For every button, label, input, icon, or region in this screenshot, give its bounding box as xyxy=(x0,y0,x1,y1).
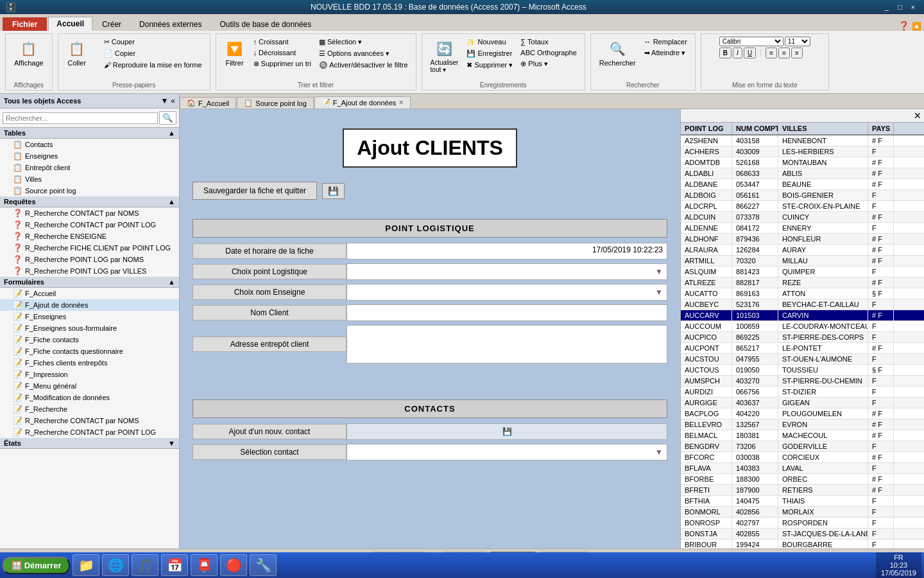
table-row[interactable]: BELLEVRO132567EVRON# F xyxy=(681,419,924,430)
doc-tab-source[interactable]: 📋 Source point log xyxy=(237,97,314,109)
ribbon-minimize[interactable]: 🔼 xyxy=(912,22,921,31)
btn-italic[interactable]: I xyxy=(733,48,742,58)
table-row[interactable]: ALDBOIG056161BOIS-GRENIERF xyxy=(681,190,924,201)
table-row[interactable]: A2SHENN403158HENNEBONT# F xyxy=(681,136,924,146)
btn-croissant[interactable]: ↑ Croissant xyxy=(251,37,314,47)
nav-form-r-noms[interactable]: 📝 R_Recherche CONTACT par NOMS xyxy=(0,415,179,426)
table-row[interactable]: AUCTOUS019050TOUSSIEU§ F xyxy=(681,365,924,376)
table-row[interactable]: BENGDRV73206GODERVILLEF xyxy=(681,441,924,452)
table-row[interactable]: BFLAVA140383LAVALF xyxy=(681,463,924,474)
nav-section-formulaires[interactable]: Formulaires ▲ xyxy=(0,277,179,288)
taskbar-app-calendar[interactable]: 📅 xyxy=(161,554,188,576)
nav-item-source[interactable]: 📋 Source point log xyxy=(0,185,179,197)
table-row[interactable]: AURDIZI066756ST-DIZIERF xyxy=(681,387,924,398)
nav-form-impression[interactable]: 📝 F_Impression xyxy=(0,369,179,380)
table-row[interactable]: ALDCUIN073378CUINCY# F xyxy=(681,212,924,223)
btn-supprimer[interactable]: ✖ Supprimer ▾ xyxy=(464,60,515,71)
btn-rechercher[interactable]: 🔍 Rechercher xyxy=(596,37,639,69)
btn-align-right[interactable]: ≡ xyxy=(791,48,803,58)
table-row[interactable]: AUCCOUM100859LE-COUDRAY-MONTCEAUF xyxy=(681,321,924,332)
taskbar-app-tools[interactable]: 🔧 xyxy=(250,554,277,576)
btn-copier[interactable]: 📄 Copier xyxy=(101,48,205,59)
nav-form-fiche-quest[interactable]: 📝 F_Fiche contacts questionnaire xyxy=(0,346,179,357)
taskbar-app-outlook[interactable]: 📮 xyxy=(191,554,218,576)
nav-search-btn[interactable]: 🔍 xyxy=(159,111,176,125)
field-adresse[interactable] xyxy=(346,325,667,363)
nav-form-enseignes[interactable]: 📝 F_Enseignes xyxy=(0,311,179,322)
btn-couper[interactable]: ✂ Couper xyxy=(101,37,205,48)
btn-supprimer-tri[interactable]: ⊗ Supprimer un tri xyxy=(251,58,314,69)
tab-close-btn[interactable]: ✕ xyxy=(398,99,404,106)
btn-coller[interactable]: 📋 Coller xyxy=(64,37,90,69)
nav-req-5[interactable]: ❓ R_Recherche POINT LOG par NOMS xyxy=(0,254,179,265)
nav-search-input[interactable] xyxy=(3,112,158,124)
nav-item-enseignes[interactable]: 📋 Enseignes xyxy=(0,150,179,162)
btn-selection[interactable]: ▦ Sélection ▾ xyxy=(316,37,411,48)
btn-nouveau[interactable]: ✨ Nouveau xyxy=(464,37,515,48)
table-row[interactable]: ALDCRPL866227STE-CROIX-EN-PLAINEF xyxy=(681,201,924,212)
btn-align-center[interactable]: ≡ xyxy=(778,48,790,58)
btn-bold[interactable]: B xyxy=(719,48,732,58)
btn-atteindre[interactable]: ➡ Atteindre ▾ xyxy=(642,48,690,58)
nav-form-enseignes-sub[interactable]: 📝 F_Enseignes sous-formulaire xyxy=(0,322,179,334)
table-row[interactable]: BFRETI187900RETIERS# F xyxy=(681,485,924,496)
field-choix-point[interactable]: ▼ xyxy=(346,263,667,280)
btn-align-left[interactable]: ≡ xyxy=(766,48,777,58)
nav-item-entrepot[interactable]: 📋 Entrepôt client xyxy=(0,162,179,173)
table-row[interactable]: ALDHONF879436HONFLEUR# F xyxy=(681,234,924,245)
taskbar-app-media[interactable]: 🎵 xyxy=(132,554,158,576)
btn-activer-filtre[interactable]: 🔘 Activer/désactiver le filtre xyxy=(316,60,411,71)
nav-collapse[interactable]: « xyxy=(171,96,175,105)
table-row[interactable]: ADOMTDB526168MONTAUBAN# F xyxy=(681,157,924,168)
field-choix-enseigne[interactable]: ▼ xyxy=(346,284,667,301)
font-size-select[interactable]: 11 xyxy=(785,37,810,46)
start-button[interactable]: 🪟 Démarrer xyxy=(3,557,70,574)
taskbar-app-explorer[interactable]: 📁 xyxy=(73,554,99,576)
field-nom-client[interactable] xyxy=(346,304,667,321)
nav-section-etats[interactable]: États ▼ xyxy=(0,438,179,449)
tab-outils[interactable]: Outils de base de données xyxy=(211,17,320,31)
restore-btn[interactable]: □ xyxy=(894,3,906,11)
close-btn[interactable]: × xyxy=(907,3,919,11)
btn-remplacer[interactable]: ↔ Remplacer xyxy=(642,37,690,47)
minimize-btn[interactable]: _ xyxy=(881,3,893,11)
nav-req-4[interactable]: ❓ R_Recherche FICHE CLIENT par POINT LOG xyxy=(0,242,179,254)
btn-reproduire[interactable]: 🖌 Reproduire la mise en forme xyxy=(101,60,205,70)
nav-form-ajout[interactable]: 📝 F_Ajout de données xyxy=(0,299,179,311)
font-family-select[interactable]: Calibri xyxy=(719,37,783,46)
field-selection-contact[interactable]: ▼ xyxy=(346,444,667,460)
nav-req-2[interactable]: ❓ R_Recherche CONTACT par POINT LOG xyxy=(0,219,179,231)
table-row[interactable]: BFORBE188300ORBEC# F xyxy=(681,474,924,485)
table-row[interactable]: BONSTJA402855ST-JACQUES-DE-LA-LANDEF xyxy=(681,529,924,539)
table-row[interactable]: AURGIGE403637GIGEANF xyxy=(681,398,924,408)
btn-filtrer[interactable]: 🔽 Filtrer xyxy=(221,37,248,69)
btn-enregistrer[interactable]: 💾 Enregistrer xyxy=(464,48,515,59)
nav-form-menu[interactable]: 📝 F_Menu général xyxy=(0,380,179,392)
table-row[interactable]: ALRAURA126284AURAY# F xyxy=(681,245,924,256)
window-controls[interactable]: _ □ × xyxy=(881,3,919,11)
doc-tab-accueil[interactable]: 🏠 F_Accueil xyxy=(180,97,236,109)
btn-plus[interactable]: ⊕ Plus ▾ xyxy=(518,58,579,69)
taskbar-app-ie[interactable]: 🌐 xyxy=(102,554,129,576)
table-row[interactable]: AUCPONT865217LE-PONTET# F xyxy=(681,343,924,354)
table-row[interactable]: ASLQUIM881423QUIMPERF xyxy=(681,267,924,277)
nav-form-r-point[interactable]: 📝 R_Recherche CONTACT par POINT LOG xyxy=(0,426,179,438)
table-row[interactable]: BACPLOG404220PLOUGOUMELEN# F xyxy=(681,408,924,419)
table-row[interactable]: BONMORL402856MORLAIXF xyxy=(681,507,924,518)
tab-donnees-externes[interactable]: Données externes xyxy=(131,17,210,31)
table-row[interactable]: BRIBOUR199424BOURGBARREF xyxy=(681,539,924,548)
nav-item-villes[interactable]: 📋 Villes xyxy=(0,173,179,185)
data-table-scroll[interactable]: A2SHENN403158HENNEBONT# F ACHHERS403009L… xyxy=(681,136,924,548)
nav-req-3[interactable]: ❓ R_Recherche ENSEIGNE xyxy=(0,231,179,242)
table-row[interactable]: AUCSTOU047955ST-OUEN-L'AUMONEF xyxy=(681,354,924,365)
table-row[interactable]: AUCATTO869163ATTON§ F xyxy=(681,288,924,299)
save-icon-btn[interactable]: 💾 xyxy=(322,183,345,199)
btn-actualiser[interactable]: 🔄 Actualisertout ▾ xyxy=(427,37,462,75)
table-row[interactable]: BELMACL180381MACHECOUL# F xyxy=(681,430,924,441)
btn-options-avancees[interactable]: ☰ Options avancées ▾ xyxy=(316,48,411,59)
nav-form-modif[interactable]: 📝 F_Modification de données xyxy=(0,392,179,403)
table-row[interactable]: ARTMILL70320MILLAU# F xyxy=(681,256,924,267)
btn-underline[interactable]: U xyxy=(744,48,756,58)
table-row[interactable]: ALDABLI068633ABLIS# F xyxy=(681,168,924,179)
table-row[interactable]: BONROSP402797ROSPORDENF xyxy=(681,518,924,529)
